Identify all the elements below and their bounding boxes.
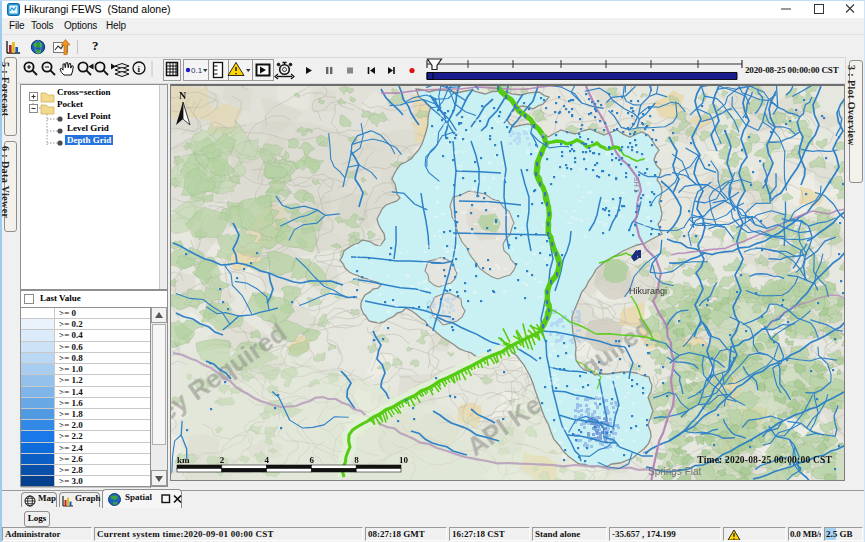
svg-text:N: N — [179, 90, 187, 101]
svg-text:i: i — [138, 64, 141, 74]
svg-text:6: 6 — [309, 455, 314, 465]
svg-text:8: 8 — [354, 455, 359, 465]
svg-text:4: 4 — [265, 455, 270, 465]
svg-text:0.1: 0.1 — [191, 66, 203, 75]
svg-text:km: km — [177, 455, 190, 465]
svg-text:10: 10 — [399, 455, 409, 465]
svg-text:Hikurangi: Hikurangi — [629, 286, 667, 296]
svg-text:Time: 2020-08-25 00:00:00 CST: Time: 2020-08-25 00:00:00 CST — [697, 455, 832, 465]
svg-text:Springs Flat: Springs Flat — [648, 466, 702, 477]
svg-text:SH 1: SH 1 — [633, 177, 640, 193]
svg-text:2: 2 — [220, 455, 225, 465]
